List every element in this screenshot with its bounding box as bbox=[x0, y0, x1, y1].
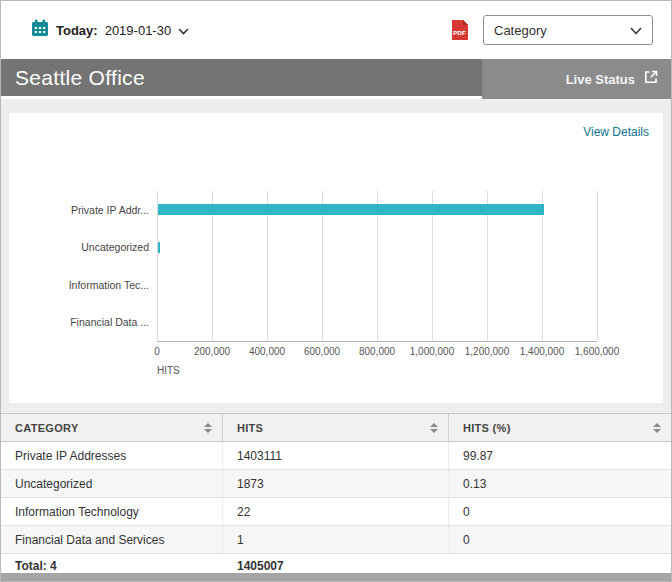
live-status-link[interactable]: Live Status bbox=[482, 59, 671, 99]
cell-hits-pct: 0.13 bbox=[449, 470, 671, 497]
column-header-hits[interactable]: HITS (%) bbox=[449, 414, 671, 441]
svg-text:PDF: PDF bbox=[453, 29, 466, 36]
pdf-export-button[interactable]: PDF bbox=[451, 20, 469, 41]
chart-bar[interactable] bbox=[158, 242, 160, 253]
x-tick-label: 1,200,000 bbox=[465, 346, 510, 357]
sort-icon[interactable] bbox=[204, 423, 212, 433]
chart-card: View Details Private IP Addr...Uncategor… bbox=[9, 113, 663, 403]
y-axis-label: Information Tec... bbox=[9, 279, 149, 291]
external-link-icon bbox=[643, 69, 659, 89]
x-tick-label: 1,400,000 bbox=[520, 346, 565, 357]
y-axis-label: Financial Data ... bbox=[9, 316, 149, 328]
pdf-icon: PDF bbox=[451, 20, 469, 41]
calendar-icon bbox=[31, 19, 49, 41]
chart-plot bbox=[157, 191, 597, 342]
today-label: Today: bbox=[56, 23, 98, 38]
x-axis-title: HITS bbox=[157, 365, 180, 376]
chart: Private IP Addr...UncategorizedInformati… bbox=[9, 113, 663, 403]
category-table: CATEGORYHITSHITS (%) Private IP Addresse… bbox=[1, 413, 671, 579]
date-value: 2019-01-30 bbox=[105, 23, 172, 38]
column-header-category[interactable]: CATEGORY bbox=[1, 414, 223, 441]
table-row: Information Technology220 bbox=[1, 498, 671, 526]
column-header-label: CATEGORY bbox=[15, 422, 79, 434]
table-header-row: CATEGORYHITSHITS (%) bbox=[1, 413, 671, 442]
x-tick-label: 1,600,000 bbox=[575, 346, 620, 357]
chevron-down-icon bbox=[178, 21, 189, 39]
x-tick-label: 1,000,000 bbox=[410, 346, 455, 357]
chart-xticks: 0200,000400,000600,000800,0001,000,0001,… bbox=[157, 346, 597, 360]
cell-category: Financial Data and Services bbox=[1, 526, 223, 553]
cell-hits-pct: 0 bbox=[449, 498, 671, 525]
x-tick-label: 400,000 bbox=[249, 346, 285, 357]
live-status-label: Live Status bbox=[566, 72, 635, 87]
chart-section: View Details Private IP Addr...Uncategor… bbox=[1, 99, 671, 413]
cell-category: Private IP Addresses bbox=[1, 442, 223, 469]
table-row: Financial Data and Services10 bbox=[1, 526, 671, 554]
section-header: Seattle Office Live Status bbox=[1, 59, 671, 99]
sort-up-arrow bbox=[653, 423, 661, 427]
sort-up-arrow bbox=[430, 423, 438, 427]
column-header-label: HITS bbox=[237, 422, 263, 434]
y-axis-label: Uncategorized bbox=[9, 241, 149, 253]
date-picker[interactable]: Today: 2019-01-30 bbox=[31, 19, 189, 41]
column-header-label: HITS (%) bbox=[463, 422, 511, 434]
chart-bar[interactable] bbox=[158, 204, 544, 215]
table-row: Uncategorized18730.13 bbox=[1, 470, 671, 498]
gridline bbox=[597, 191, 598, 341]
cell-hits-pct: 99.87 bbox=[449, 442, 671, 469]
x-tick-label: 600,000 bbox=[304, 346, 340, 357]
chart-ylabels: Private IP Addr...UncategorizedInformati… bbox=[9, 191, 149, 341]
sort-icon[interactable] bbox=[430, 423, 438, 433]
cell-category: Uncategorized bbox=[1, 470, 223, 497]
sort-down-arrow bbox=[430, 429, 438, 433]
top-bar: Today: 2019-01-30 PDF Category bbox=[1, 1, 671, 59]
sort-icon[interactable] bbox=[653, 423, 661, 433]
cell-hits-pct: 0 bbox=[449, 526, 671, 553]
table-row: Private IP Addresses140311199.87 bbox=[1, 442, 671, 470]
dashboard-page: Today: 2019-01-30 PDF Category Seattle O… bbox=[0, 0, 672, 582]
cell-hits: 1873 bbox=[223, 470, 449, 497]
page-title: Seattle Office bbox=[15, 66, 145, 90]
x-tick-label: 200,000 bbox=[194, 346, 230, 357]
x-tick-label: 800,000 bbox=[359, 346, 395, 357]
category-dropdown-value: Category bbox=[494, 23, 547, 38]
page-footer-strip bbox=[1, 573, 671, 581]
x-tick-label: 0 bbox=[154, 346, 160, 357]
title-block: Seattle Office bbox=[1, 59, 482, 99]
chevron-down-icon bbox=[630, 21, 642, 39]
cell-category: Information Technology bbox=[1, 498, 223, 525]
sort-down-arrow bbox=[204, 429, 212, 433]
table-body: Private IP Addresses140311199.87Uncatego… bbox=[1, 442, 671, 554]
cell-hits: 1403111 bbox=[223, 442, 449, 469]
column-header-hits[interactable]: HITS bbox=[223, 414, 449, 441]
category-dropdown[interactable]: Category bbox=[483, 15, 653, 45]
sort-down-arrow bbox=[653, 429, 661, 433]
cell-hits: 22 bbox=[223, 498, 449, 525]
y-axis-label: Private IP Addr... bbox=[9, 204, 149, 216]
cell-hits: 1 bbox=[223, 526, 449, 553]
sort-up-arrow bbox=[204, 423, 212, 427]
